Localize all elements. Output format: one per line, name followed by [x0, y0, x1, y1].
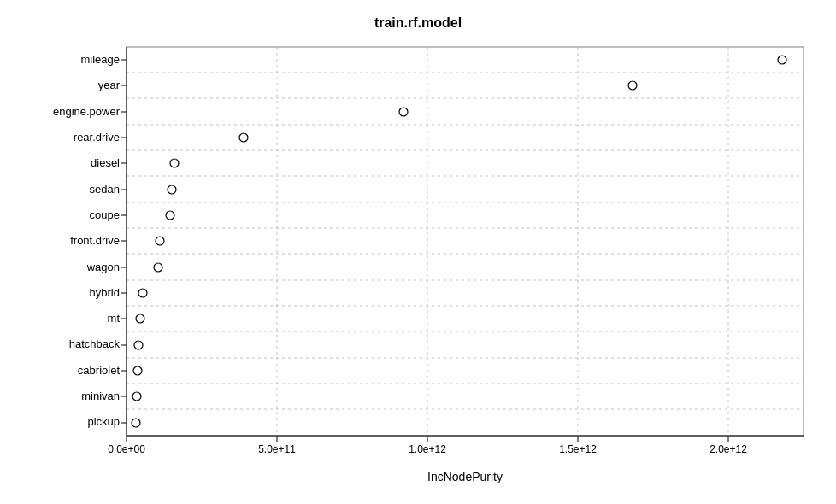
x-label-15e12: 1.5e+12	[559, 443, 597, 455]
x-label-5e11: 5.0e+11	[258, 443, 296, 455]
y-label-mileage: mileage	[80, 53, 120, 66]
dot-mileage	[778, 56, 786, 64]
dot-wagon	[154, 263, 162, 272]
x-axis-label: IncNodePurity	[427, 470, 503, 483]
dot-hatchback	[134, 341, 143, 349]
dot-sedan	[168, 185, 176, 194]
y-label-coupe: coupe	[90, 208, 120, 221]
y-label-rear-drive: rear.drive	[74, 131, 120, 144]
y-label-pickup: pickup	[87, 415, 120, 428]
y-label-sedan: sedan	[90, 183, 120, 196]
y-label-year: year	[98, 79, 121, 91]
x-label-2e12: 2.0e+12	[709, 443, 747, 455]
dot-diesel	[170, 159, 179, 167]
y-label-diesel: diesel	[91, 156, 120, 169]
x-label-0: 0.0e+00	[108, 443, 145, 455]
plot-area	[127, 47, 804, 436]
dot-rear-drive	[239, 133, 248, 142]
y-label-front-drive: front.drive	[70, 234, 120, 247]
dot-minivan	[132, 392, 141, 401]
y-label-hatchback: hatchback	[69, 337, 121, 350]
chart-svg: mileage year engine.power rear.drive die…	[0, 0, 836, 504]
chart-container: train.rf.model	[0, 0, 836, 504]
dot-mt	[136, 314, 144, 323]
y-label-hybrid: hybrid	[90, 286, 120, 299]
dot-cabriolet	[133, 366, 142, 375]
dot-pickup	[132, 419, 140, 427]
dot-hybrid	[138, 289, 147, 297]
dot-year	[628, 81, 637, 90]
dot-engine-power	[399, 108, 408, 116]
y-label-minivan: minivan	[81, 390, 120, 402]
x-label-1e12: 1.0e+12	[409, 443, 446, 455]
y-label-engine-power: engine.power	[53, 105, 121, 118]
dot-front-drive	[156, 237, 164, 245]
y-label-mt: mt	[108, 312, 121, 325]
y-label-wagon: wagon	[86, 261, 120, 273]
y-label-cabriolet: cabriolet	[78, 364, 121, 377]
dot-coupe	[166, 211, 174, 220]
